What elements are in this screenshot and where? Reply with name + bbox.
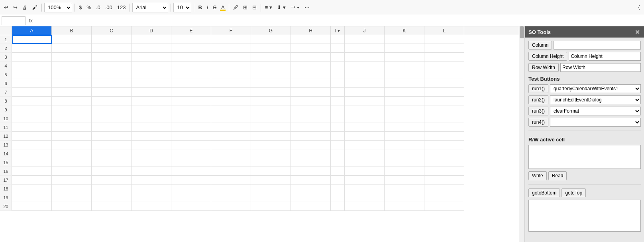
cell[interactable] xyxy=(424,167,464,176)
cell[interactable] xyxy=(291,35,331,44)
cell[interactable] xyxy=(424,79,464,88)
cell[interactable] xyxy=(331,88,345,97)
cell[interactable] xyxy=(52,193,92,202)
cell[interactable] xyxy=(345,97,385,105)
cell[interactable] xyxy=(171,44,211,53)
cell[interactable] xyxy=(385,123,424,132)
row-number[interactable]: 15 xyxy=(0,158,12,167)
cell[interactable] xyxy=(331,114,345,123)
scroll-thumb[interactable] xyxy=(520,26,524,38)
col-header-d[interactable]: D xyxy=(132,26,171,35)
cell[interactable] xyxy=(331,70,345,79)
cell[interactable] xyxy=(12,70,52,79)
cell[interactable] xyxy=(211,97,251,105)
cell[interactable] xyxy=(251,158,291,167)
cell[interactable] xyxy=(12,123,52,132)
cell[interactable] xyxy=(251,123,291,132)
cell[interactable] xyxy=(251,105,291,114)
cell[interactable] xyxy=(251,79,291,88)
cell[interactable] xyxy=(251,193,291,202)
col-header-b[interactable]: B xyxy=(52,26,92,35)
cell[interactable] xyxy=(331,202,345,211)
column-button[interactable]: Column xyxy=(528,41,552,50)
cell[interactable] xyxy=(92,105,132,114)
run3-button[interactable]: run3() xyxy=(528,107,548,115)
cell[interactable] xyxy=(211,132,251,141)
cell[interactable] xyxy=(211,158,251,167)
col-header-i[interactable]: I ▾ xyxy=(331,26,345,35)
cell[interactable] xyxy=(331,44,345,53)
cell[interactable] xyxy=(211,114,251,123)
cell[interactable] xyxy=(12,176,52,184)
cell[interactable] xyxy=(171,61,211,70)
italic-button[interactable]: I xyxy=(205,4,210,11)
cell[interactable] xyxy=(92,53,132,61)
cell[interactable] xyxy=(52,105,92,114)
run2-select[interactable]: launchEditEventDialog launchEditEventDia… xyxy=(550,95,641,104)
cell[interactable] xyxy=(424,35,464,44)
cell[interactable] xyxy=(52,79,92,88)
cell[interactable] xyxy=(171,114,211,123)
bottom-textarea[interactable] xyxy=(528,200,641,232)
cell[interactable] xyxy=(331,123,345,132)
cell[interactable] xyxy=(52,132,92,141)
redo-button[interactable]: ↪ xyxy=(12,4,19,11)
cell[interactable] xyxy=(211,184,251,193)
cell[interactable] xyxy=(12,158,52,167)
row-number[interactable]: 14 xyxy=(0,149,12,158)
row-width-button[interactable]: Row Width xyxy=(528,63,559,72)
cell[interactable] xyxy=(171,141,211,149)
cell[interactable] xyxy=(211,141,251,149)
row-number[interactable]: 11 xyxy=(0,123,12,132)
cell[interactable] xyxy=(291,193,331,202)
cell[interactable] xyxy=(331,176,345,184)
cell[interactable] xyxy=(92,202,132,211)
cell[interactable] xyxy=(251,132,291,141)
print-button[interactable]: 🖨 xyxy=(21,4,29,11)
cell[interactable] xyxy=(424,123,464,132)
cell[interactable] xyxy=(12,44,52,53)
col-header-h[interactable]: H xyxy=(291,26,331,35)
cell[interactable] xyxy=(211,193,251,202)
cell[interactable] xyxy=(331,61,345,70)
write-button[interactable]: Write xyxy=(528,171,547,180)
cell[interactable] xyxy=(385,202,424,211)
number-format-button[interactable]: 123 xyxy=(116,4,128,11)
cell[interactable] xyxy=(331,35,345,44)
cell[interactable] xyxy=(291,61,331,70)
row-number[interactable]: 4 xyxy=(0,61,12,70)
cell[interactable] xyxy=(385,70,424,79)
cell[interactable] xyxy=(92,97,132,105)
rw-textarea[interactable] xyxy=(528,145,641,169)
cell[interactable] xyxy=(171,176,211,184)
decimal0-button[interactable]: .0 xyxy=(94,4,102,11)
cell[interactable] xyxy=(424,141,464,149)
cell[interactable] xyxy=(424,184,464,193)
borders-button[interactable]: ⊞ xyxy=(242,4,249,11)
row-number[interactable]: 10 xyxy=(0,114,12,123)
cell[interactable] xyxy=(12,149,52,158)
cell[interactable] xyxy=(12,35,52,44)
align-button[interactable]: ≡ ▾ xyxy=(263,4,274,11)
cell[interactable] xyxy=(211,176,251,184)
row-number[interactable]: 12 xyxy=(0,132,12,141)
col-header-a[interactable]: A xyxy=(12,26,52,35)
cell[interactable] xyxy=(424,88,464,97)
cell[interactable] xyxy=(52,61,92,70)
goto-top-button[interactable]: gotoTop xyxy=(562,188,586,197)
cell[interactable] xyxy=(12,202,52,211)
cell[interactable] xyxy=(251,70,291,79)
cell[interactable] xyxy=(132,167,171,176)
cell[interactable] xyxy=(345,61,385,70)
cell[interactable] xyxy=(331,97,345,105)
cell[interactable] xyxy=(92,149,132,158)
cell[interactable] xyxy=(211,123,251,132)
cell[interactable] xyxy=(171,105,211,114)
cell[interactable] xyxy=(92,184,132,193)
cell[interactable] xyxy=(171,149,211,158)
cell[interactable] xyxy=(424,105,464,114)
run2-button[interactable]: run2() xyxy=(528,95,548,104)
cell[interactable] xyxy=(132,61,171,70)
cell[interactable] xyxy=(424,61,464,70)
cell[interactable] xyxy=(52,70,92,79)
